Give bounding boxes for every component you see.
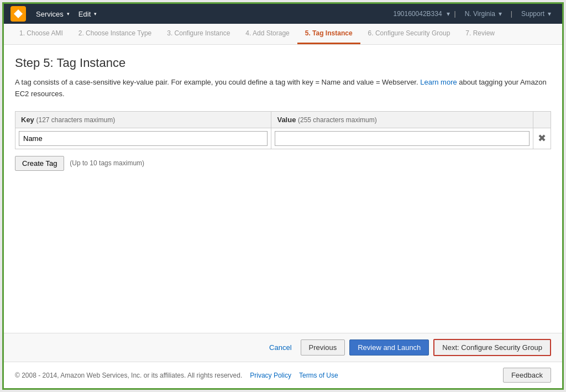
tab-review[interactable]: 7. Review — [458, 24, 502, 44]
bottom-footer: © 2008 - 2014, Amazon Web Services, Inc.… — [4, 362, 562, 388]
privacy-policy-link[interactable]: Privacy Policy — [250, 372, 291, 379]
wizard-tabs: 1. Choose AMI 2. Choose Instance Type 3.… — [4, 24, 562, 45]
key-input[interactable] — [19, 131, 268, 146]
delete-cell: ✖ — [533, 128, 551, 149]
account-chevron: ▾ — [447, 10, 450, 18]
services-chevron: ▾ — [67, 11, 70, 17]
key-cell — [15, 128, 271, 149]
page-description: A tag consists of a case-sensitive key-v… — [15, 77, 551, 100]
region-chevron: ▾ — [499, 10, 502, 18]
feedback-button[interactable]: Feedback — [503, 368, 551, 383]
topnav: Services ▾ Edit ▾ 190160042B334 ▾ | N. V… — [4, 4, 562, 24]
tab-add-storage[interactable]: 4. Add Storage — [238, 24, 297, 44]
create-tag-row: Create Tag (Up to 10 tags maximum) — [15, 156, 551, 171]
tab-tag-instance[interactable]: 5. Tag Instance — [297, 24, 360, 44]
copyright-text: © 2008 - 2014, Amazon Web Services, Inc.… — [15, 372, 242, 379]
next-button[interactable]: Next: Configure Security Group — [433, 339, 551, 356]
review-launch-button[interactable]: Review and Launch — [349, 339, 429, 356]
edit-chevron: ▾ — [94, 11, 97, 17]
tab-configure-instance[interactable]: 3. Configure Instance — [159, 24, 238, 44]
delete-row-button[interactable]: ✖ — [538, 133, 546, 143]
region-menu[interactable]: N. Virginia ▾ — [460, 8, 506, 20]
support-menu[interactable]: Support ▾ — [517, 8, 555, 20]
support-label: Support — [521, 10, 544, 18]
cancel-button[interactable]: Cancel — [265, 341, 296, 354]
edit-menu[interactable]: Edit ▾ — [74, 8, 101, 20]
services-label: Services — [36, 10, 64, 18]
table-row: ✖ — [15, 128, 551, 149]
description-text-1: A tag consists of a case-sensitive key-v… — [15, 78, 418, 86]
account-id: 190160042B334 — [393, 10, 442, 18]
create-tag-button[interactable]: Create Tag — [15, 156, 64, 171]
edit-label: Edit — [78, 10, 91, 18]
tab-security-group[interactable]: 6. Configure Security Group — [360, 24, 458, 44]
footer-bar: Cancel Previous Review and Launch Next: … — [4, 333, 562, 362]
topnav-right: 190160042B334 ▾ | N. Virginia ▾ | Suppor… — [393, 8, 555, 20]
aws-logo — [11, 6, 26, 22]
main-content: Step 5: Tag Instance A tag consists of a… — [4, 45, 562, 333]
support-chevron: ▾ — [548, 10, 551, 18]
col-value-header: Value (255 characters maximum) — [271, 111, 533, 128]
region-label: N. Virginia — [465, 10, 495, 18]
col-key-header: Key (127 characters maximum) — [15, 111, 271, 128]
col-action-header — [533, 111, 551, 128]
terms-of-use-link[interactable]: Terms of Use — [299, 372, 338, 379]
page-title: Step 5: Tag Instance — [15, 56, 551, 70]
services-menu[interactable]: Services ▾ — [32, 8, 74, 20]
value-cell — [271, 128, 533, 149]
previous-button[interactable]: Previous — [301, 339, 345, 356]
create-tag-hint: (Up to 10 tags maximum) — [70, 159, 144, 167]
learn-more-link[interactable]: Learn more — [420, 78, 457, 86]
tab-choose-ami[interactable]: 1. Choose AMI — [12, 24, 71, 44]
value-input[interactable] — [275, 131, 530, 146]
tag-table: Key (127 characters maximum) Value (255 … — [15, 111, 551, 149]
tab-choose-instance-type[interactable]: 2. Choose Instance Type — [71, 24, 160, 44]
